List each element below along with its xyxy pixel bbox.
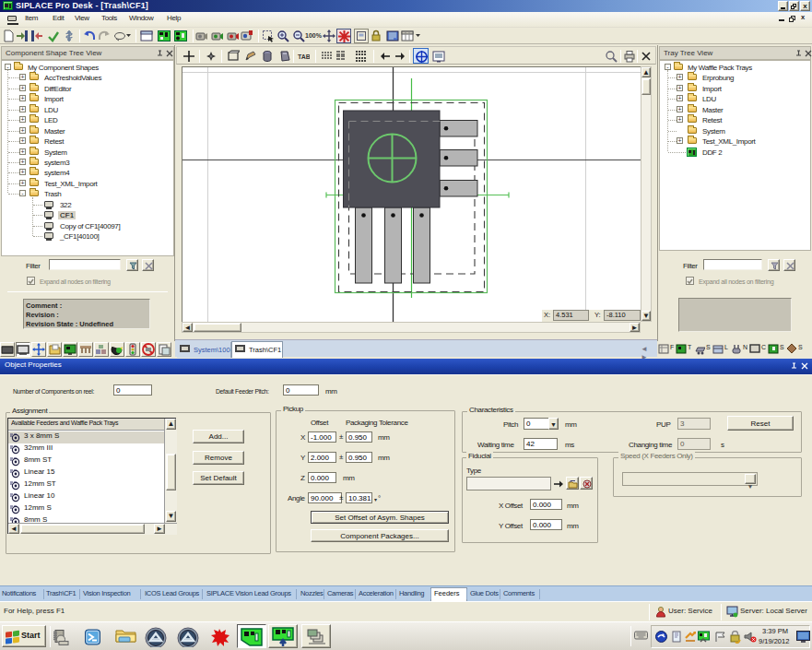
svg-text:TAB: TAB bbox=[298, 53, 310, 60]
